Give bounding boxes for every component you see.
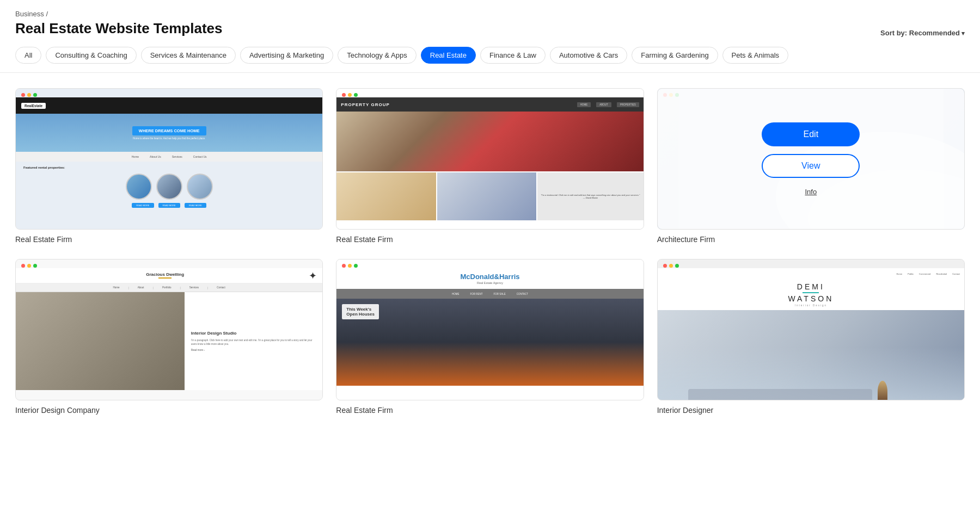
chevron-down-icon: ▾ <box>961 30 965 37</box>
template-label-tpl2: Real Estate Firm <box>336 235 644 244</box>
template-thumb-tpl4[interactable]: Gracious Dwelling ✦ Home | About | Portf… <box>15 259 323 400</box>
filter-bar: AllConsulting & CoachingServices & Maint… <box>0 47 980 73</box>
template-label-tpl4: Interior Design Company <box>15 406 323 415</box>
filter-btn-advertising[interactable]: Advertising & Marketing <box>240 47 333 64</box>
filter-btn-real-estate[interactable]: Real Estate <box>421 47 476 64</box>
filter-btn-technology[interactable]: Technology & Apps <box>338 47 416 64</box>
page-title: Real Estate Website Templates <box>15 20 223 37</box>
page-title-row: Real Estate Website Templates Sort by: R… <box>15 20 965 37</box>
template-hover-overlay: Edit View Info <box>658 89 964 229</box>
template-card-tpl4[interactable]: Gracious Dwelling ✦ Home | About | Portf… <box>15 259 323 415</box>
filter-btn-pets[interactable]: Pets & Animals <box>722 47 788 64</box>
template-label-tpl6: Interior Designer <box>657 406 965 415</box>
filter-btn-farming[interactable]: Farming & Gardening <box>632 47 718 64</box>
template-thumb-tpl6[interactable]: Home Public Commercial Residential Conta… <box>657 259 965 400</box>
filter-btn-finance[interactable]: Finance & Law <box>480 47 546 64</box>
filter-btn-all[interactable]: All <box>15 47 41 64</box>
template-card-tpl2[interactable]: PROPERTY GROUP HOME ABOUT PROPERTIES "I'… <box>336 88 644 244</box>
template-thumb-tpl2[interactable]: PROPERTY GROUP HOME ABOUT PROPERTIES "I'… <box>336 88 644 230</box>
breadcrumb: Business / <box>15 10 965 18</box>
template-thumb-tpl5[interactable]: McDonald&Harris Real Estate Agency HOME … <box>336 259 644 400</box>
template-card-tpl5[interactable]: McDonald&Harris Real Estate Agency HOME … <box>336 259 644 415</box>
template-card-tpl1[interactable]: RealEstate WHERE DREAMS COME HOME Home i… <box>15 88 323 244</box>
edit-button[interactable]: Edit <box>762 122 860 146</box>
templates-grid: RealEstate WHERE DREAMS COME HOME Home i… <box>0 73 980 430</box>
filter-btn-services[interactable]: Services & Maintenance <box>141 47 236 64</box>
filter-btn-consulting[interactable]: Consulting & Coaching <box>46 47 136 64</box>
header: Business / Real Estate Website Templates… <box>0 0 980 37</box>
filter-btn-automotive[interactable]: Automotive & Cars <box>550 47 627 64</box>
template-card-tpl6[interactable]: Home Public Commercial Residential Conta… <box>657 259 965 415</box>
sort-by[interactable]: Sort by: Recommended▾ <box>880 29 965 37</box>
template-label-tpl5: Real Estate Firm <box>336 406 644 415</box>
sort-label: Sort by: <box>880 29 907 37</box>
template-label-tpl3: Architecture Firm <box>657 235 965 244</box>
breadcrumb-parent[interactable]: Business <box>15 10 44 18</box>
template-card-tpl3[interactable]: Edit View Info Architecture Firm <box>657 88 965 244</box>
sort-value[interactable]: Recommended▾ <box>909 29 965 37</box>
view-button[interactable]: View <box>762 154 860 178</box>
template-label-tpl1: Real Estate Firm <box>15 235 323 244</box>
info-button[interactable]: Info <box>805 188 817 196</box>
template-thumb-tpl3[interactable]: Edit View Info <box>657 88 965 230</box>
breadcrumb-separator: / <box>46 10 48 18</box>
template-thumb-tpl1[interactable]: RealEstate WHERE DREAMS COME HOME Home i… <box>15 88 323 230</box>
